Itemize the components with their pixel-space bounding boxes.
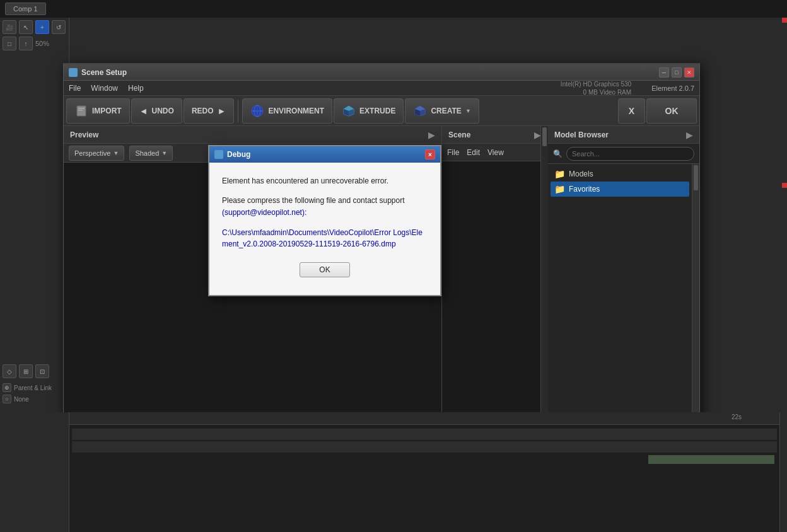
create-label: CREATE	[431, 107, 461, 115]
redo-button[interactable]: REDO ►	[184, 98, 235, 124]
create-icon	[413, 104, 427, 118]
pointer-icon[interactable]: ↖	[19, 20, 33, 34]
browser-vscroll-thumb[interactable]	[694, 165, 698, 190]
shape-icon-3[interactable]: ⊡	[35, 364, 49, 378]
comp-tab[interactable]: Comp 1	[5, 3, 46, 15]
link-icon: ⊕	[3, 383, 11, 392]
gpu-info-line2: 0 MB Video RAM	[561, 88, 631, 96]
window-title-icon	[69, 68, 78, 77]
arrow-up-icon[interactable]: ↑	[19, 37, 33, 50]
redo-arrow-icon: ►	[218, 106, 226, 116]
menu-help[interactable]: Help	[128, 84, 144, 93]
search-icon: 🔍	[553, 149, 563, 158]
none-icon: ○	[3, 395, 11, 403]
toolbar: IMPORT ◄ UNDO REDO ► ENVIRONMENT	[64, 96, 699, 126]
debug-message-1: Element has encountered an unrecoverable…	[222, 175, 428, 187]
menu-window[interactable]: Window	[91, 84, 118, 93]
extrude-button[interactable]: EXTRUDE	[334, 98, 404, 124]
minimize-button[interactable]: ─	[659, 67, 669, 78]
gpu-info-line1: Intel(R) HD Graphics 530	[561, 80, 631, 88]
debug-line1: Element has encountered an unrecoverable…	[222, 176, 388, 185]
scene-edit-menu[interactable]: Edit	[467, 148, 480, 157]
gpu-info: Intel(R) HD Graphics 530 0 MB Video RAM	[561, 80, 631, 96]
import-label: IMPORT	[92, 107, 122, 115]
favorites-tree-item[interactable]: 📁 Favorites	[551, 182, 689, 197]
add-icon[interactable]: +	[35, 20, 49, 34]
perspective-dropdown[interactable]: Perspective ▼	[69, 146, 124, 161]
shaded-dropdown[interactable]: Shaded ▼	[129, 146, 173, 161]
favorites-label: Favorites	[569, 185, 600, 194]
debug-close-button[interactable]: ×	[425, 149, 435, 159]
scene-view-menu[interactable]: View	[487, 148, 504, 157]
svg-rect-0	[77, 106, 86, 116]
environment-icon	[250, 104, 264, 118]
environment-label: ENVIRONMENT	[268, 107, 324, 115]
window-controls: ─ □ ✕	[659, 67, 694, 78]
import-icon	[74, 104, 88, 118]
debug-line2-email: (support@videopilot.net):	[222, 208, 306, 217]
ok-button[interactable]: OK	[646, 98, 697, 124]
models-tree-item[interactable]: 📁 Models	[551, 166, 689, 182]
debug-file-path: C:\Users\mfaadmin\Documents\VideoCopilot…	[222, 227, 428, 250]
x-button[interactable]: X	[618, 98, 645, 124]
create-button[interactable]: CREATE ▼	[405, 98, 479, 124]
scene-panel-title: Scene	[448, 130, 470, 139]
scene-file-menu[interactable]: File	[447, 148, 459, 157]
search-bar: 🔍	[548, 144, 699, 164]
camera-icon[interactable]: 🎥	[3, 20, 16, 34]
preview-panel-header: Preview ▶	[64, 126, 441, 144]
x-label: X	[629, 106, 634, 116]
zoom-text: 50%	[35, 40, 49, 47]
debug-title-bar: Debug ×	[209, 146, 440, 163]
debug-dialog: Debug × Element has encountered an unrec…	[208, 145, 441, 296]
timeline-vscrollbar[interactable]	[779, 412, 787, 532]
sidebar-icon-row-1: 🎥 ↖ + ↺	[3, 20, 66, 34]
ok-label: OK	[665, 106, 679, 116]
ae-corner-marker-mr	[782, 183, 787, 188]
debug-ok-button[interactable]: OK	[300, 262, 350, 277]
shape-icon-2[interactable]: ⊞	[19, 364, 33, 378]
element-version: Element 2.0.7	[651, 84, 694, 92]
model-browser-header: Model Browser ▶	[548, 126, 699, 144]
timeline-ruler: 22s	[69, 412, 779, 425]
environment-button[interactable]: ENVIRONMENT	[242, 98, 332, 124]
timeline-area: 22s	[69, 412, 779, 532]
import-button[interactable]: IMPORT	[66, 98, 130, 124]
svg-rect-2	[78, 110, 83, 111]
menu-file[interactable]: File	[69, 84, 81, 93]
debug-line2-prefix: Please compress the following file and c…	[222, 196, 405, 205]
timeline-track-green	[648, 455, 774, 464]
scene-menu-bar: File Edit View	[442, 144, 547, 161]
menu-bar: File Window Help Intel(R) HD Graphics 53…	[64, 81, 699, 96]
models-label: Models	[569, 170, 593, 178]
timeline-track-1	[72, 429, 777, 440]
model-browser-expand-button[interactable]: ▶	[686, 130, 693, 140]
scene-vscroll-thumb[interactable]	[542, 127, 547, 146]
maximize-button[interactable]: □	[672, 67, 682, 78]
timeline-tracks	[69, 425, 779, 456]
close-button[interactable]: ✕	[684, 67, 694, 78]
perspective-label: Perspective	[74, 149, 110, 157]
undo-button[interactable]: ◄ UNDO	[131, 98, 182, 124]
scene-panel-header: Scene ▶	[442, 126, 547, 144]
refresh-icon[interactable]: ↺	[52, 20, 66, 34]
models-folder-icon: 📁	[554, 169, 565, 179]
square-icon[interactable]: □	[3, 37, 16, 50]
perspective-dropdown-arrow: ▼	[113, 150, 119, 156]
undo-arrow-icon: ◄	[139, 106, 148, 116]
search-input[interactable]	[566, 147, 694, 161]
window-title-text: Scene Setup	[81, 68, 659, 77]
favorites-folder-icon: 📁	[554, 184, 565, 194]
redo-label: REDO	[192, 107, 214, 115]
left-panel-bottom	[0, 412, 69, 532]
shape-icon-1[interactable]: ◇	[3, 364, 16, 378]
preview-expand-button[interactable]: ▶	[428, 130, 435, 140]
create-dropdown-arrow: ▼	[465, 108, 471, 114]
top-bar: Comp 1	[0, 0, 787, 18]
ae-corner-marker-tr	[782, 18, 787, 23]
extrude-label: EXTRUDE	[359, 107, 395, 115]
timeline-track-2	[72, 441, 777, 453]
debug-body: Element has encountered an unrecoverable…	[209, 163, 440, 295]
debug-message-2: Please compress the following file and c…	[222, 195, 428, 219]
undo-label: UNDO	[152, 107, 174, 115]
